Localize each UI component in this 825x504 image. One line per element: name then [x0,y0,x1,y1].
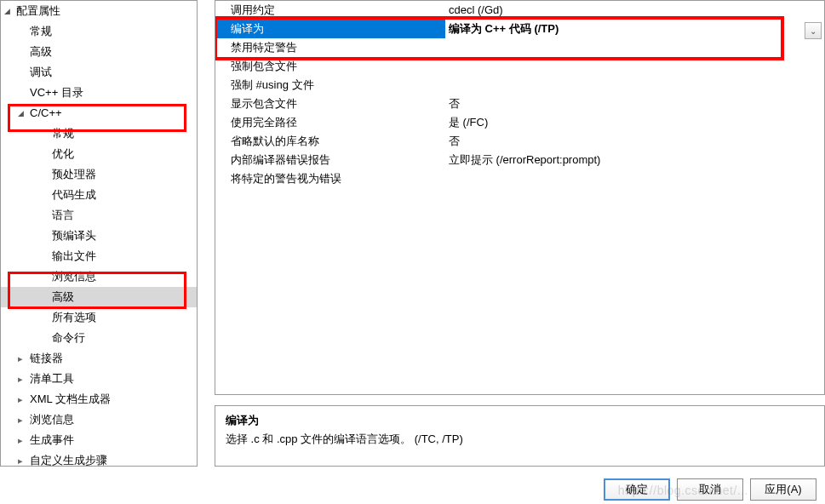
tree-item[interactable]: 代码生成 [1,185,197,205]
property-label: 内部编译器错误报告 [215,151,445,169]
property-value [445,169,824,188]
property-value: 是 (/FC) [445,113,824,132]
tree-item[interactable]: 自定义生成步骤 [1,450,197,467]
property-row[interactable]: 内部编译器错误报告立即提示 (/errorReport:prompt) [215,151,824,169]
property-row[interactable]: 将特定的警告视为错误 [215,169,824,188]
tree-item[interactable]: XML 文档生成器 [1,389,197,410]
property-row[interactable]: 显示包含文件否 [215,94,824,113]
property-label: 省略默认的库名称 [215,132,445,151]
property-label: 禁用特定警告 [215,38,445,57]
description-title: 编译为 [226,413,814,428]
tree-item[interactable]: 输出文件 [1,246,197,266]
property-row[interactable]: 使用完全路径是 (/FC) [215,113,824,132]
tree-item[interactable]: 预处理器 [1,164,197,185]
tree-item[interactable]: 生成事件 [1,430,197,450]
tree-config-properties[interactable]: 配置属性 [1,1,197,21]
property-label: 强制包含文件 [215,57,445,76]
description-text: 选择 .c 和 .cpp 文件的编译语言选项。 (/TC, /TP) [226,432,814,447]
property-label: 使用完全路径 [215,113,445,132]
tree-c-cpp[interactable]: C/C++ [1,103,197,123]
property-value: 否 [445,132,824,151]
property-row[interactable]: 编译为编译为 C++ 代码 (/TP) [215,20,824,38]
tree-item[interactable]: 浏览信息 [1,410,197,430]
property-label: 将特定的警告视为错误 [215,169,445,188]
property-value: 否 [445,94,824,113]
property-value [445,57,824,76]
tree-item[interactable]: 语言 [1,205,197,226]
tree-label: 配置属性 [16,4,60,17]
property-row[interactable]: 强制包含文件 [215,57,824,76]
property-label: 调用约定 [215,1,445,20]
property-value: 编译为 C++ 代码 (/TP) [445,20,824,38]
property-grid: 调用约定cdecl (/Gd)编译为编译为 C++ 代码 (/TP)禁用特定警告… [215,0,825,395]
property-tree: 配置属性 常规高级调试VC++ 目录 C/C++ 常规优化预处理器代码生成语言预… [0,0,198,467]
description-panel: 编译为 选择 .c 和 .cpp 文件的编译语言选项。 (/TC, /TP) [215,405,825,467]
chevron-down-icon: ⌄ [810,26,816,36]
tree-item[interactable]: 高级 [1,287,197,307]
property-row[interactable]: 调用约定cdecl (/Gd) [215,1,824,20]
tree-item[interactable]: 常规 [1,21,197,42]
tree-item[interactable]: 所有选项 [1,307,197,328]
tree-label: C/C++ [30,106,62,119]
tree-item[interactable]: 浏览信息 [1,266,197,287]
tree-item[interactable]: 链接器 [1,348,197,369]
tree-item[interactable]: 常规 [1,123,197,144]
property-value [445,38,824,57]
property-value [445,76,824,94]
property-label: 显示包含文件 [215,94,445,113]
tree-item[interactable]: 清单工具 [1,369,197,389]
property-row[interactable]: 省略默认的库名称否 [215,132,824,151]
tree-item[interactable]: 调试 [1,62,197,83]
property-label: 强制 #using 文件 [215,76,445,94]
property-value: 立即提示 (/errorReport:prompt) [445,151,824,169]
tree-item[interactable]: 高级 [1,42,197,62]
property-row[interactable]: 强制 #using 文件 [215,76,824,94]
tree-item[interactable]: 命令行 [1,328,197,348]
property-row[interactable]: 禁用特定警告 [215,38,824,57]
property-label: 编译为 [215,20,445,38]
dropdown-button[interactable]: ⌄ [805,22,822,39]
tree-item[interactable]: 预编译头 [1,226,197,246]
tree-item[interactable]: 优化 [1,144,197,164]
property-value: cdecl (/Gd) [445,1,824,20]
tree-item[interactable]: VC++ 目录 [1,83,197,103]
